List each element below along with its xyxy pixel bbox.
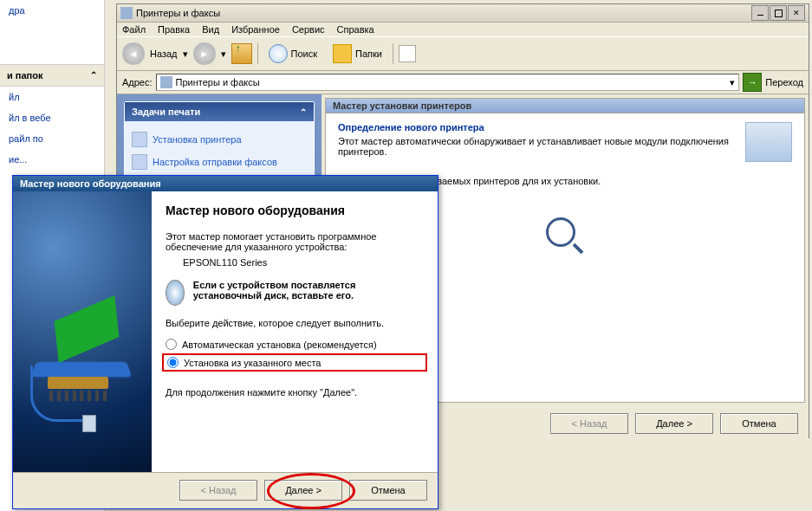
menu-help[interactable]: Справка	[337, 24, 374, 35]
window-title: Принтеры и факсы	[136, 8, 220, 18]
back-button[interactable]: ◄	[122, 42, 145, 65]
hw-device-name: EPSONL110 Series	[166, 252, 424, 268]
menu-tools[interactable]: Сервис	[292, 24, 325, 35]
address-field[interactable]: Принтеры и факсы ▾	[156, 74, 740, 91]
hw-select-label: Выберите действие, которое следует выпол…	[166, 318, 424, 328]
radio-auto-input[interactable]	[166, 339, 177, 350]
wizard-buttons: < Назад Далее > Отмена	[550, 413, 798, 434]
go-button[interactable]: →	[743, 73, 762, 92]
task-label: Настройка отправки факсов	[153, 157, 277, 167]
dropdown-icon[interactable]: ▾	[730, 77, 735, 88]
new-hardware-wizard: Мастер нового оборудования Мастер нового…	[12, 175, 438, 509]
search-label: Поиск	[291, 49, 317, 59]
up-folder-icon[interactable]: ↑	[231, 43, 252, 64]
menu-view[interactable]: Вид	[202, 24, 219, 35]
hardware-device-icon	[30, 304, 134, 425]
tasks-header-text: Задачи печати	[132, 107, 200, 117]
task-setup-fax[interactable]: Настройка отправки факсов	[132, 151, 307, 173]
bg-item: дра	[0, 0, 104, 21]
wizard-heading: Определение нового принтера	[338, 122, 735, 133]
minimize-button[interactable]	[751, 5, 769, 21]
bg-section-header: и папок ⌃	[0, 64, 104, 87]
forward-button[interactable]: ►	[193, 42, 216, 65]
dialog-title: Мастер нового оборудования	[13, 176, 438, 191]
hw-heading: Мастер нового оборудования	[166, 204, 424, 217]
tasks-header[interactable]: Задачи печати ⌃	[125, 102, 314, 121]
go-label[interactable]: Переход	[765, 77, 803, 87]
bg-item[interactable]: ие...	[0, 149, 104, 170]
radio-auto-install[interactable]: Автоматическая установка (рекомендуется)	[166, 337, 424, 352]
hw-continue: Для продолжения нажмите кнопку "Далее".	[166, 387, 424, 398]
maximize-button[interactable]	[770, 5, 787, 21]
hw-cancel-button[interactable]: Отмена	[349, 480, 427, 501]
menu-favorites[interactable]: Избранное	[231, 24, 280, 35]
hw-dialog-buttons: < Назад Далее > Отмена	[13, 472, 438, 508]
menu-edit[interactable]: Правка	[158, 24, 190, 35]
bg-item[interactable]: йл в вебе	[0, 107, 104, 128]
folders-button[interactable]: Папки	[328, 42, 387, 65]
chevron-up-icon[interactable]: ⌃	[90, 70, 97, 81]
address-value: Принтеры и факсы	[176, 77, 260, 87]
menu-file[interactable]: Файл	[122, 24, 146, 35]
dropdown-icon[interactable]: ▾	[183, 49, 188, 60]
radio-manual-label: Установка из указанного места	[184, 358, 321, 368]
wizard-banner-image	[13, 191, 152, 472]
titlebar: Принтеры и факсы ✕	[117, 4, 809, 23]
folder-icon	[333, 44, 352, 63]
toolbar: ◄ Назад ▾ ► ▾ ↑ Поиск Папки	[117, 36, 809, 71]
task-install-printer[interactable]: Установка принтера	[132, 128, 307, 151]
hw-cd-line: Если с устройством поставляется установо…	[193, 280, 424, 301]
wizard-titlebar: Мастер установки принтеров	[326, 99, 804, 113]
search-button[interactable]: Поиск	[263, 42, 322, 65]
wizard-back-button[interactable]: < Назад	[550, 413, 628, 434]
searching-icon	[546, 217, 584, 256]
cd-icon	[166, 280, 185, 306]
bg-item[interactable]: райл по	[0, 128, 104, 149]
wizard-right-pane: Мастер нового оборудования Этот мастер п…	[152, 191, 438, 472]
printer-icon	[132, 132, 147, 147]
collapse-icon[interactable]: ⌃	[300, 107, 307, 117]
dropdown-icon[interactable]: ▾	[221, 49, 226, 60]
menubar: Файл Правка Вид Избранное Сервис Справка	[117, 23, 809, 36]
fax-icon	[132, 154, 147, 170]
wizard-desc: Этот мастер автоматически обнаруживает и…	[338, 136, 735, 157]
folders-label: Папки	[355, 49, 382, 59]
hw-next-button[interactable]: Далее >	[264, 480, 342, 501]
search-icon	[269, 44, 288, 63]
hw-intro: Этот мастер помогает установить программ…	[166, 231, 424, 252]
wizard-next-button[interactable]: Далее >	[635, 413, 713, 434]
radio-manual-install[interactable]: Установка из указанного места	[162, 353, 427, 372]
print-tasks-panel: Задачи печати ⌃ Установка принтера Настр…	[124, 101, 315, 181]
printer-icon	[160, 76, 172, 88]
printer-icon	[120, 7, 133, 19]
radio-manual-input[interactable]	[167, 357, 179, 368]
wizard-cancel-button[interactable]: Отмена	[720, 413, 798, 434]
bg-item[interactable]: йл	[0, 87, 104, 107]
address-bar: Адрес: Принтеры и факсы ▾ → Переход	[117, 71, 809, 94]
task-label: Установка принтера	[153, 134, 242, 145]
radio-auto-label: Автоматическая установка (рекомендуется)	[182, 340, 377, 350]
back-label[interactable]: Назад	[150, 49, 178, 59]
printer-wizard-icon	[745, 122, 792, 162]
address-label: Адрес:	[122, 77, 153, 87]
views-icon[interactable]	[399, 45, 416, 62]
close-button[interactable]: ✕	[788, 5, 805, 21]
bg-header-text: и папок	[7, 70, 42, 81]
hw-back-button[interactable]: < Назад	[179, 480, 257, 501]
